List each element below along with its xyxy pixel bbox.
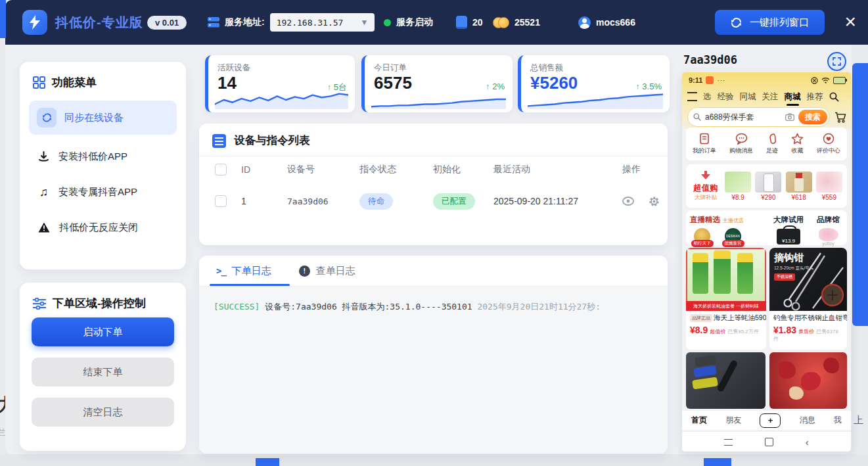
product-title-row: 品牌正品海天上等蚝油590 — [686, 311, 766, 323]
stop-order-button[interactable]: 结束下单 — [32, 358, 174, 386]
nav-home[interactable]: 首页 — [691, 415, 707, 426]
deal-item[interactable]: ¥290 — [753, 172, 783, 201]
eye-icon[interactable] — [622, 197, 634, 206]
user-chip[interactable]: mocs666 — [578, 0, 635, 45]
sidebar-item-force-close[interactable]: 抖低价无反应关闭 — [20, 210, 186, 245]
device-table-header: 设备与指令列表 — [199, 124, 668, 156]
tab-order-log[interactable]: >_ 下单日志 — [216, 256, 271, 286]
sidebar-item-sync-devices[interactable]: 同步在线设备 — [29, 101, 177, 135]
sidebar-item-install-app[interactable]: 安装抖低价APP — [20, 139, 186, 174]
phone-status-bar: 9:11 ··· — [689, 75, 846, 85]
nav-messages[interactable]: 消息 — [800, 415, 815, 426]
back-icon[interactable]: ‹ — [806, 436, 809, 448]
product-price-tag: 券后价 — [798, 329, 814, 335]
fullscreen-icon[interactable] — [827, 52, 846, 71]
product-image-tile[interactable] — [769, 352, 847, 409]
search-input[interactable]: a688劳保手套 搜索 — [687, 107, 830, 127]
tab-featured[interactable]: 选 — [703, 91, 712, 103]
product-image-tile[interactable] — [686, 352, 765, 409]
search-button[interactable]: 搜索 — [798, 110, 827, 124]
quick-link-footprints[interactable]: 足迹 — [766, 133, 778, 155]
tab-experience[interactable]: 经验 — [718, 91, 734, 103]
log-tag: [SUCCESS] — [214, 302, 260, 312]
service-status: 服务启动 — [384, 0, 433, 45]
plus-icon[interactable]: + — [760, 413, 781, 428]
search-icon[interactable] — [829, 92, 839, 102]
product-card[interactable]: 海天挤挤装蚝油套餐 一挤鲜到味 品牌正品海天上等蚝油590 ¥8.9超值价已售9… — [686, 248, 766, 350]
deal-item[interactable]: ¥618 — [784, 172, 814, 201]
tab-following[interactable]: 关注 — [762, 91, 779, 103]
order-control-card: 下单区域-操作控制 启动下单 结束下单 清空日志 — [20, 283, 186, 451]
tab-recommend[interactable]: 推荐 — [807, 91, 823, 103]
order-doc-icon — [698, 133, 710, 145]
quick-link-messages[interactable]: 购物消息 — [729, 133, 753, 155]
table-row: 1 7aa39d06 待命 已配置 2025-09-20 21:11:27 — [199, 183, 668, 220]
device-count: 20 — [472, 17, 483, 28]
start-order-button[interactable]: 启动下单 — [32, 317, 174, 346]
taskbar-item[interactable] — [256, 458, 279, 466]
status-badge: 待命 — [359, 193, 393, 210]
nav-me[interactable]: 我 — [834, 415, 842, 426]
username: mocs666 — [596, 17, 635, 28]
arrange-windows-button[interactable]: 一键排列窗口 — [715, 10, 825, 35]
footprint-icon — [767, 133, 777, 145]
select-all-checkbox[interactable] — [215, 164, 227, 175]
live-title: 直播精选 — [690, 216, 720, 223]
wifi-icon — [821, 77, 830, 83]
info-icon: ! — [299, 266, 310, 277]
live-strip: 直播精选主播优选 稻行天下 DESMAN 德施曼官 大牌试用 ¥13.9 — [686, 210, 847, 245]
service-status-label: 服务启动 — [396, 16, 433, 28]
live-host-avatar[interactable]: DESMAN 德施曼官 — [725, 228, 741, 245]
alarm-off-icon — [811, 77, 818, 84]
heart-circle-icon — [823, 133, 834, 145]
deal-item[interactable]: ¥8.9 — [723, 172, 753, 201]
server-address-select[interactable]: 192.168.31.57 ▼ — [270, 13, 375, 32]
quick-link-favorites[interactable]: 收藏 — [791, 133, 804, 155]
live-featured[interactable]: 直播精选主播优选 稻行天下 DESMAN 德施曼官 — [690, 213, 764, 243]
cart-icon[interactable] — [834, 112, 847, 123]
product-card[interactable]: 摘钩钳 12.5-20cm 直头/弯头 不锈深槽 钓鱼专用不锈钢止血钳弯 ¥1.… — [769, 248, 847, 350]
chevron-down-icon: ▼ — [360, 18, 368, 27]
super-value-header[interactable]: 超值购 大牌补贴 — [689, 171, 723, 202]
nav-friends[interactable]: 朋友 — [725, 415, 741, 426]
sidebar-item-install-douyin[interactable]: ♫ 安装专属抖音APP — [20, 174, 186, 210]
row-checkbox[interactable] — [215, 195, 227, 207]
product-title: 钓鱼专用不锈钢止血钳弯 — [773, 314, 847, 321]
tab-query-log[interactable]: ! 查单日志 — [299, 256, 355, 286]
quick-link-label: 我的订单 — [693, 147, 716, 155]
android-nav-bar: ‹ — [682, 431, 851, 452]
lightning-icon — [28, 15, 41, 30]
sync-icon — [37, 108, 57, 128]
product-price-row: ¥1.83券后价已售6378件 — [769, 323, 847, 344]
camera-icon[interactable] — [785, 113, 794, 121]
arrange-windows-label: 一键排列窗口 — [750, 16, 809, 29]
refresh-icon — [731, 18, 742, 28]
quick-link-reviews[interactable]: 评价中心 — [817, 133, 840, 155]
clear-log-button[interactable]: 清空日志 — [32, 398, 174, 427]
tab-mall[interactable]: 商城 — [785, 91, 801, 103]
recents-icon[interactable] — [724, 439, 733, 446]
stat-label: 总销售额 — [530, 62, 563, 74]
brand-hall[interactable]: 品牌馆 yottoy — [813, 213, 843, 243]
server-ip-value: 192.168.31.57 — [277, 18, 344, 28]
sparkline-chart — [215, 91, 348, 109]
product-price: ¥1.83 — [773, 325, 796, 335]
server-icon — [208, 17, 219, 28]
live-host-label: 德施曼官 — [722, 240, 744, 247]
live-host-avatar[interactable]: 稻行天下 — [694, 228, 710, 245]
hamburger-icon[interactable] — [687, 92, 697, 101]
deal-item[interactable]: ¥559 — [814, 172, 844, 201]
log-output: [SUCCESS] 设备号:7aa39d06 抖音版本为:35.1.0----3… — [199, 287, 668, 454]
taskbar-item[interactable] — [704, 458, 731, 466]
home-square-icon[interactable] — [765, 438, 773, 446]
stat-label: 今日订单 — [374, 62, 407, 74]
product-badge: 品牌正品 — [690, 314, 712, 322]
device-table-card: 设备与指令列表 ID 设备号 指令状态 初始化 最近活动 操作 1 7aa39d… — [199, 124, 668, 245]
product-banner: 海天挤挤装蚝油套餐 一挤鲜到味 — [686, 301, 766, 311]
tab-local[interactable]: 同城 — [740, 91, 756, 103]
close-icon[interactable]: × — [844, 9, 856, 34]
gear-icon[interactable] — [649, 196, 660, 207]
quick-link-orders[interactable]: 我的订单 — [693, 133, 716, 155]
sidebar-item-label: 安装专属抖音APP — [58, 186, 137, 198]
brand-trial[interactable]: 大牌试用 ¥13.9 — [764, 213, 813, 243]
